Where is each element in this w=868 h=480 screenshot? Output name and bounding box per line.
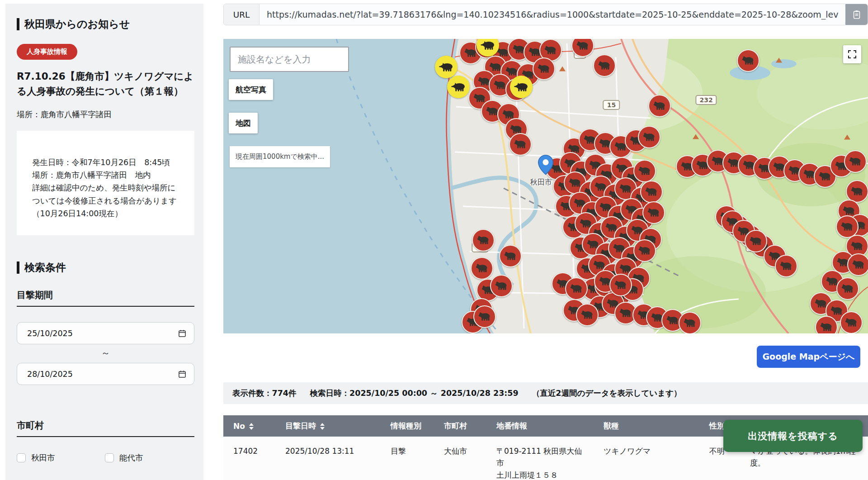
noshiro-label: 能代市 [119, 452, 143, 463]
url-input[interactable] [259, 4, 845, 25]
bear-marker[interactable] [509, 133, 532, 156]
kumadas-page: 秋田県からのお知らせ 人身事故情報 R7.10.26【鹿角市】ツキノワグマによる… [0, 0, 868, 480]
bear-marker[interactable] [642, 201, 665, 224]
url-label: URL [224, 4, 259, 25]
bear-marker[interactable] [633, 160, 656, 182]
map[interactable]: 秋田市 2317152326562 航空写真 地図 現在周囲1000kmで検索中… [223, 39, 868, 333]
date-to-value: 28/10/2025 [27, 370, 73, 379]
road-shield: 232 [695, 95, 717, 105]
date-to-input[interactable]: 28/10/2025 [17, 363, 194, 385]
peak-icon [844, 134, 850, 139]
range-tilde: ～ [17, 347, 194, 359]
bear-marker[interactable] [490, 275, 513, 297]
col-municipality: 市町村 [434, 415, 486, 437]
url-bar: URL [223, 4, 868, 25]
location-pin[interactable] [538, 155, 554, 177]
cell-municipality: 大仙市 [434, 437, 486, 480]
municipality-checks: 秋田市 能代市 [17, 452, 194, 463]
bear-marker[interactable] [473, 305, 496, 328]
akita-checkbox[interactable] [17, 453, 26, 462]
incident-detail-text: 発生日時：令和7年10月26日 8:45頃 場所：鹿角市八幡平字諸田 地内 詳細… [32, 156, 179, 220]
pin-icon [538, 155, 554, 175]
incident-place: 場所：鹿角市八幡平字諸田 [17, 109, 194, 120]
fullscreen-button[interactable] [843, 45, 861, 63]
stats-count: 表示件数：774件 [232, 388, 297, 399]
bear-marker[interactable] [471, 257, 493, 280]
stats-range: 検索日時：2025/10/25 00:00 ～ 2025/10/28 23:59 [310, 388, 519, 399]
stats-note: （直近2週間のデータを表示しています） [532, 388, 682, 399]
date-from-value: 25/10/2025 [27, 329, 73, 338]
peak-icon [559, 67, 566, 71]
bear-marker[interactable] [609, 274, 632, 296]
bear-marker[interactable] [593, 54, 616, 77]
sort-icon[interactable] [249, 423, 254, 430]
peak-icon [693, 134, 699, 139]
bear-marker[interactable] [836, 215, 859, 238]
bear-marker[interactable] [576, 304, 599, 326]
cell-no: 17402 [223, 437, 275, 480]
map-layer-button[interactable]: 地図 [229, 113, 258, 133]
bear-marker[interactable] [638, 126, 660, 148]
col-datetime[interactable]: 目撃日時 [275, 415, 381, 437]
calendar-icon [178, 370, 187, 379]
post-sighting-button[interactable]: 出没情報を投稿する [723, 420, 863, 452]
bear-marker[interactable] [840, 311, 863, 333]
google-map-button[interactable]: Google Mapページへ [757, 346, 860, 368]
cell-info-type: 目撃 [381, 437, 434, 480]
search-title-text: 検索条件 [24, 261, 66, 275]
stats-bar: 表示件数：774件 検索日時：2025/10/25 00:00 ～ 2025/1… [223, 382, 868, 404]
aerial-photo-button[interactable]: 航空写真 [229, 79, 273, 100]
bear-marker[interactable] [633, 239, 656, 262]
sort-icon[interactable] [320, 423, 325, 430]
city-label: 秋田市 [530, 178, 552, 187]
akita-label: 秋田市 [31, 452, 55, 463]
calendar-icon [178, 329, 187, 338]
road-shield: 15 [603, 100, 620, 110]
sidebar: 秋田県からのお知らせ 人身事故情報 R7.10.26【鹿角市】ツキノワグマによる… [5, 4, 203, 480]
bear-marker[interactable] [648, 95, 671, 117]
fullscreen-icon [848, 50, 857, 59]
municipality-noshiro[interactable]: 能代市 [105, 452, 143, 463]
bear-marker[interactable] [844, 150, 867, 173]
municipality-akita[interactable]: 秋田市 [17, 452, 105, 463]
col-address: 地番情報 [486, 415, 594, 437]
period-label: 目撃期間 [17, 289, 194, 307]
search-section-title: 検索条件 [17, 261, 194, 275]
radius-status: 現在周囲1000kmで検索中... [230, 146, 330, 167]
incident-detail-box: 発生日時：令和7年10月26日 8:45頃 場所：鹿角市八幡平字諸田 地内 詳細… [17, 131, 194, 236]
clipboard-icon [852, 10, 862, 19]
bear-marker[interactable] [847, 253, 868, 276]
incident-title[interactable]: R7.10.26【鹿角市】ツキノワグマによる人身事故の発生について（第１報） [17, 69, 194, 99]
copy-url-button[interactable] [845, 4, 868, 25]
bear-marker[interactable] [836, 277, 859, 300]
notice-section-title: 秋田県からのお知らせ [17, 17, 194, 31]
col-no[interactable]: No [223, 415, 275, 437]
col-species: 獣種 [594, 415, 699, 437]
title-bar-accent [17, 261, 19, 274]
boar-marker[interactable] [510, 76, 533, 98]
notice-title-text: 秋田県からのお知らせ [24, 17, 130, 31]
bear-marker[interactable] [737, 49, 760, 72]
peak-icon [776, 57, 782, 62]
incident-badge: 人身事故情報 [17, 44, 77, 60]
bear-marker[interactable] [472, 229, 495, 252]
noshiro-checkbox[interactable] [105, 453, 114, 462]
cell-datetime: 2025/10/28 13:11 [275, 437, 381, 480]
bear-marker[interactable] [679, 312, 701, 333]
date-from-input[interactable]: 25/10/2025 [17, 322, 194, 344]
cell-address: 〒019-2111 秋田県大仙市 土川上雨堤１５８ [486, 437, 594, 480]
cell-species: ツキノワグマ [594, 437, 699, 480]
bear-marker[interactable] [565, 277, 588, 300]
title-bar-accent [17, 18, 19, 30]
facility-search-input[interactable] [230, 47, 349, 72]
col-info-type: 情報種別 [381, 415, 434, 437]
municipality-label: 市町村 [17, 419, 194, 437]
bear-marker[interactable] [640, 181, 663, 203]
